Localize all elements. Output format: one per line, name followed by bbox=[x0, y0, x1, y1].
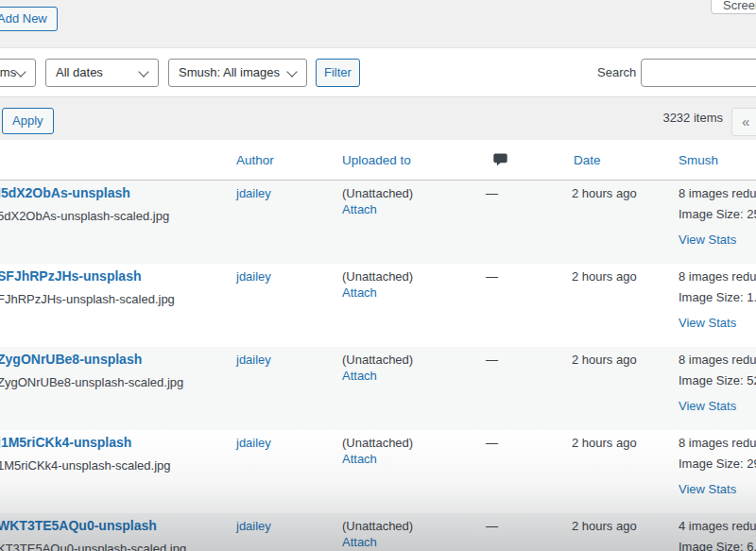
media-filename: 1M5riCKk4-unsplash-scaled.jpg bbox=[0, 458, 171, 473]
comments-empty-dash: — bbox=[486, 353, 498, 367]
column-header-date[interactable]: Date bbox=[574, 153, 601, 167]
view-stats-link[interactable]: View Stats bbox=[679, 399, 736, 413]
attach-link[interactable]: Attach bbox=[342, 369, 377, 383]
table-row: ZygONrUBe8-unsplash ZygONrUBe8-unsplash-… bbox=[0, 347, 756, 430]
media-filename: KT3TE5AQu0-unsplash-scaled.jpg bbox=[0, 542, 186, 551]
view-stats-link[interactable]: View Stats bbox=[679, 232, 736, 247]
upload-date: 2 hours ago bbox=[572, 353, 637, 367]
view-stats-link[interactable]: View Stats bbox=[679, 482, 736, 496]
upload-date: 2 hours ago bbox=[572, 436, 637, 450]
table-row: WKT3TE5AQu0-unsplash KT3TE5AQu0-unsplash… bbox=[0, 513, 756, 551]
filter-bar: All media items All dates Smush: All ima… bbox=[0, 47, 756, 97]
filter-button[interactable]: Filter bbox=[316, 59, 360, 87]
page-header: Add New Screen Options bbox=[0, 0, 756, 47]
date-filter-select[interactable]: All dates bbox=[45, 59, 159, 87]
author-link[interactable]: jdailey bbox=[236, 436, 271, 450]
media-title-link[interactable]: ZygONrUBe8-unsplash bbox=[0, 352, 142, 367]
comments-empty-dash: — bbox=[486, 519, 498, 533]
apply-button[interactable]: Apply bbox=[2, 108, 54, 134]
upload-date: 2 hours ago bbox=[572, 186, 637, 200]
smush-image-size: Image Size: 1.2 bbox=[679, 290, 756, 304]
table-body: I5dX2ObAs-unsplash 5dX2ObAs-unsplash-sca… bbox=[0, 181, 756, 551]
author-link[interactable]: jdailey bbox=[236, 269, 271, 284]
uploaded-to-status: (Unattached) bbox=[342, 353, 413, 367]
column-header-author[interactable]: Author bbox=[236, 153, 274, 167]
comments-empty-dash: — bbox=[486, 436, 498, 450]
smush-image-size: Image Size: 52 bbox=[679, 373, 756, 387]
table-row: j1M5riCKk4-unsplash 1M5riCKk4-unsplash-s… bbox=[0, 430, 756, 513]
media-items-select[interactable]: All media items bbox=[0, 59, 36, 87]
column-header-uploaded-to[interactable]: Uploaded to bbox=[342, 153, 411, 167]
column-header-smush[interactable]: Smush bbox=[679, 153, 718, 167]
chevron-down-icon bbox=[138, 66, 148, 77]
upload-date: 2 hours ago bbox=[572, 269, 637, 284]
comments-empty-dash: — bbox=[486, 269, 498, 284]
media-list-table: Author Uploaded to Date Smush I5dX2ObAs-… bbox=[0, 140, 756, 551]
comments-empty-dash: — bbox=[486, 186, 498, 200]
table-nav: Apply 3232 items « bbox=[0, 98, 756, 140]
smush-summary: 8 images reduced bbox=[679, 269, 756, 284]
attach-link[interactable]: Attach bbox=[342, 285, 377, 300]
chevron-down-icon bbox=[15, 66, 26, 77]
uploaded-to-status: (Unattached) bbox=[342, 269, 413, 284]
table-header-row: Author Uploaded to Date Smush bbox=[0, 140, 756, 181]
author-link[interactable]: jdailey bbox=[236, 519, 271, 533]
table-row: I5dX2ObAs-unsplash 5dX2ObAs-unsplash-sca… bbox=[0, 181, 756, 264]
smush-filter-select[interactable]: Smush: All images bbox=[168, 59, 307, 87]
chevron-down-icon bbox=[286, 66, 297, 77]
smush-summary: 8 images reduced bbox=[679, 436, 756, 450]
attach-link[interactable]: Attach bbox=[342, 452, 377, 466]
attach-link[interactable]: Attach bbox=[342, 202, 377, 216]
smush-summary: 8 images reduced bbox=[679, 186, 756, 200]
upload-date: 2 hours ago bbox=[572, 519, 637, 533]
author-link[interactable]: jdailey bbox=[236, 353, 271, 367]
attach-link[interactable]: Attach bbox=[342, 535, 377, 549]
uploaded-to-status: (Unattached) bbox=[342, 519, 413, 533]
media-title-link[interactable]: WKT3TE5AQu0-unsplash bbox=[0, 518, 157, 533]
add-new-button[interactable]: Add New bbox=[0, 7, 58, 31]
smush-image-size: Image Size: 25 bbox=[679, 207, 756, 221]
view-stats-link[interactable]: View Stats bbox=[679, 316, 736, 330]
search-label: Search bbox=[597, 65, 636, 79]
media-filename: ZygONrUBe8-unsplash-scaled.jpg bbox=[0, 375, 183, 389]
items-count: 3232 items bbox=[662, 111, 723, 125]
media-title-link[interactable]: I5dX2ObAs-unsplash bbox=[0, 185, 130, 200]
screen-options-tab[interactable]: Screen Options bbox=[711, 0, 756, 14]
media-filename: FJhRPzJHs-unsplash-scaled.jpg bbox=[0, 292, 175, 306]
comment-icon[interactable] bbox=[492, 152, 508, 170]
media-title-link[interactable]: j1M5riCKk4-unsplash bbox=[0, 435, 131, 450]
author-link[interactable]: jdailey bbox=[236, 186, 271, 200]
table-row: SFJhRPzJHs-unsplash FJhRPzJHs-unsplash-s… bbox=[0, 264, 756, 347]
media-library-screen: Add New Screen Options All media items A… bbox=[0, 0, 756, 551]
uploaded-to-status: (Unattached) bbox=[342, 436, 413, 450]
smush-image-size: Image Size: 29 bbox=[679, 456, 756, 471]
media-items-select-value: All media items bbox=[0, 65, 16, 79]
media-title-link[interactable]: SFJhRPzJHs-unsplash bbox=[0, 268, 141, 284]
first-page-button[interactable]: « bbox=[731, 108, 756, 136]
smush-image-size: Image Size: 6.8 bbox=[679, 540, 756, 551]
media-filename: 5dX2ObAs-unsplash-scaled.jpg bbox=[0, 209, 169, 223]
date-filter-value: All dates bbox=[56, 65, 103, 79]
smush-summary: 8 images reduced bbox=[679, 353, 756, 367]
smush-filter-value: Smush: All images bbox=[179, 65, 280, 79]
uploaded-to-status: (Unattached) bbox=[342, 186, 413, 200]
search-input[interactable] bbox=[641, 59, 756, 87]
smush-summary: 4 images reduced bbox=[679, 519, 756, 533]
